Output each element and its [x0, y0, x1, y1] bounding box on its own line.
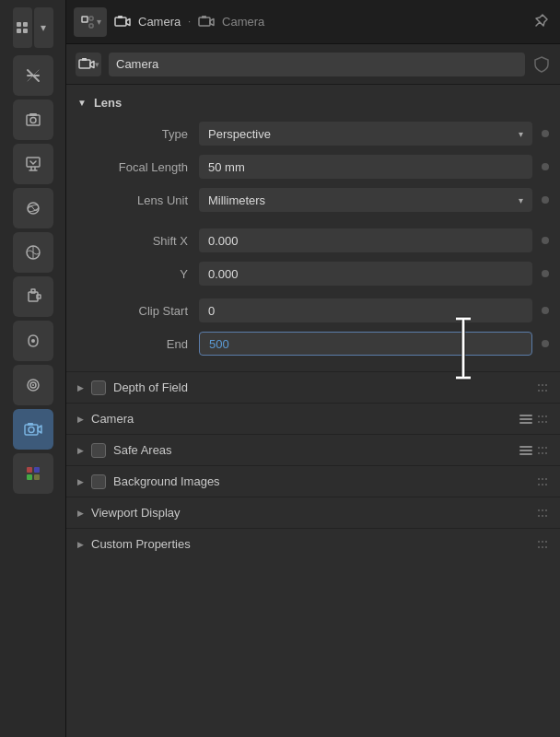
svg-rect-23	[28, 423, 33, 426]
clip-start-row: Clip Start 0	[66, 294, 560, 327]
clip-start-label: Clip Start	[77, 304, 188, 318]
viewport-display-icons	[536, 508, 549, 519]
shield-icon	[532, 55, 551, 74]
props-icon-btn[interactable]: ▾	[76, 53, 101, 76]
camera-section[interactable]: ▶ Camera	[66, 403, 560, 434]
focal-length-field[interactable]: 50 mm	[199, 155, 532, 179]
lens-unit-chevron-icon: ▾	[519, 195, 523, 205]
svg-point-65	[542, 447, 543, 449]
svg-point-58	[538, 421, 540, 423]
pin-button[interactable]	[531, 9, 553, 35]
background-images-section[interactable]: ▶ Background Images	[66, 465, 560, 497]
toolbar-world-btn[interactable]	[13, 232, 53, 273]
focal-length-dot	[542, 163, 549, 170]
svg-point-50	[542, 390, 543, 392]
lens-section-header[interactable]: ▼ Lens	[66, 88, 560, 117]
tab-separator: ·	[188, 17, 191, 27]
tab2-label[interactable]: Camera	[222, 15, 264, 29]
toolbar-render-btn[interactable]	[13, 99, 53, 140]
camera-section-label: Camera	[91, 412, 519, 426]
safe-areas-section[interactable]: ▶ Safe Areas	[66, 434, 560, 465]
lens-unit-select[interactable]: Millimeters ▾	[199, 188, 532, 212]
camera-list-icon	[519, 414, 532, 425]
lens-section-title: Lens	[94, 96, 122, 110]
svg-point-68	[542, 452, 543, 454]
svg-point-8	[30, 118, 36, 123]
toolbar-output-btn[interactable]	[13, 144, 53, 184]
svg-point-81	[545, 515, 547, 517]
svg-point-64	[538, 447, 540, 449]
svg-point-76	[538, 509, 540, 511]
svg-point-20	[32, 384, 34, 386]
custom-properties-label: Custom Properties	[91, 537, 536, 551]
svg-point-86	[542, 546, 543, 548]
svg-rect-2	[17, 29, 21, 33]
svg-point-22	[29, 427, 34, 433]
type-chevron-icon: ▾	[519, 129, 523, 139]
svg-point-70	[538, 478, 540, 480]
viewport-display-section[interactable]: ▶ Viewport Display	[66, 497, 560, 528]
background-images-triangle-icon: ▶	[77, 477, 84, 486]
tab1-label[interactable]: Camera	[138, 15, 181, 29]
safe-areas-triangle-icon: ▶	[77, 446, 84, 455]
shift-y-value: 0.000	[208, 267, 239, 281]
svg-point-71	[542, 478, 543, 480]
svg-rect-52	[519, 415, 532, 416]
shift-y-field[interactable]: 0.000	[199, 262, 532, 286]
clip-start-field[interactable]: 0	[199, 298, 532, 322]
svg-point-56	[542, 415, 543, 417]
toolbar-scene-btn[interactable]	[13, 188, 53, 228]
svg-point-46	[538, 384, 540, 386]
svg-rect-32	[118, 16, 122, 18]
svg-rect-34	[202, 16, 206, 18]
shift-y-control: 0.000	[199, 262, 549, 286]
lens-unit-control: Millimeters ▾	[199, 188, 549, 212]
svg-rect-24	[27, 467, 32, 473]
shift-y-label: Y	[77, 267, 188, 281]
toolbar-material-btn[interactable]	[13, 453, 53, 494]
toolbar-constraints-btn[interactable]	[13, 365, 53, 405]
clip-end-control: 500	[199, 332, 549, 356]
toolbar-layout-btn[interactable]	[13, 7, 32, 48]
custom-properties-triangle-icon: ▶	[77, 540, 84, 549]
svg-rect-26	[27, 474, 32, 480]
clip-start-control: 0	[199, 298, 549, 322]
toolbar-tools-btn[interactable]	[13, 55, 53, 96]
main-panel: ▾ Camera · Camera	[66, 0, 560, 737]
clip-end-field[interactable]: 500	[199, 332, 532, 356]
toolbar-camera-props-btn[interactable]	[13, 409, 53, 450]
toolbar-modifier-btn[interactable]	[13, 321, 53, 361]
toolbar-object-btn[interactable]	[13, 276, 53, 317]
camera-grip-icon	[536, 414, 549, 425]
svg-rect-27	[34, 474, 40, 480]
type-select[interactable]: Perspective ▾	[199, 122, 532, 146]
custom-properties-section[interactable]: ▶ Custom Properties	[66, 528, 560, 559]
header-bar: ▾ Camera · Camera	[66, 0, 560, 44]
svg-rect-10	[27, 158, 40, 167]
shift-x-row: Shift X 0.000	[66, 224, 560, 257]
camera-name-input[interactable]: Camera	[109, 53, 525, 76]
shift-x-label: Shift X	[77, 234, 188, 248]
safe-areas-checkbox[interactable]	[91, 443, 106, 458]
svg-point-77	[542, 509, 543, 511]
shift-x-field[interactable]: 0.000	[199, 228, 532, 252]
header-icon-btn[interactable]: ▾	[74, 7, 107, 37]
toolbar-dropdown-btn[interactable]: ▾	[34, 7, 53, 48]
depth-of-field-grip-icon	[536, 382, 549, 393]
svg-point-79	[538, 515, 540, 517]
background-images-checkbox[interactable]	[91, 474, 106, 489]
content-area: ▼ Lens Type Perspective ▾	[66, 85, 560, 737]
svg-point-87	[545, 546, 547, 548]
svg-rect-53	[519, 418, 532, 420]
depth-of-field-checkbox[interactable]	[91, 380, 106, 395]
depth-of-field-section[interactable]: ▶ Depth of Field	[66, 371, 560, 403]
tab1-camera-icon	[114, 14, 131, 30]
type-value: Perspective	[208, 127, 271, 141]
svg-point-83	[542, 541, 543, 543]
svg-rect-33	[199, 18, 210, 26]
clip-end-dot	[542, 340, 549, 347]
toolbar: ▾	[0, 0, 66, 737]
svg-point-48	[545, 384, 547, 386]
safe-areas-icons	[519, 445, 549, 456]
svg-point-67	[538, 452, 540, 454]
